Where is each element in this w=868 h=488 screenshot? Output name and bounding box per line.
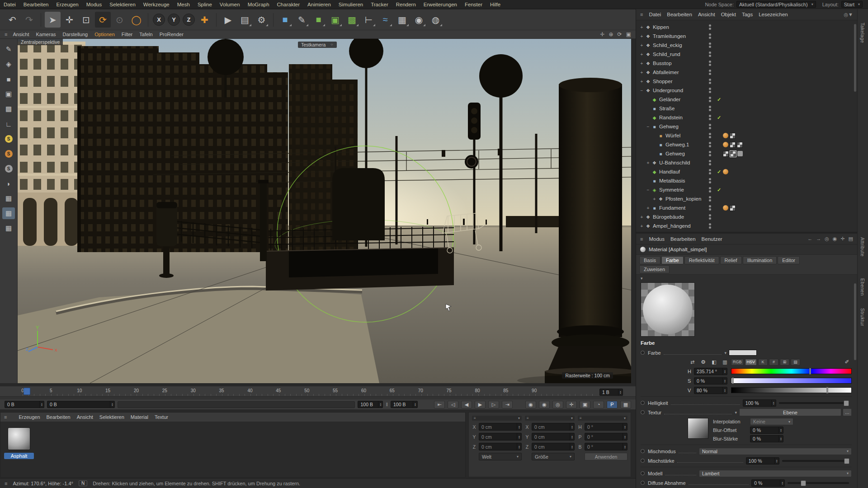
om-search-icon[interactable]: ◎ [844,12,849,18]
spinner[interactable] [570,423,574,430]
visibility-dots[interactable] [708,223,712,229]
render-to-picture-viewer-icon[interactable]: ▤ [237,12,253,28]
menu-werkzeuge[interactable]: Werkzeuge [143,2,170,7]
visibility-dots[interactable] [708,97,712,102]
expander-icon[interactable]: + [639,43,645,48]
texture-tag[interactable] [730,205,736,211]
undo-icon[interactable]: ↶ [5,12,20,28]
spinner[interactable] [623,443,627,450]
menu-spline[interactable]: Spline [198,2,212,7]
panel-menu-icon[interactable]: ▤ [849,236,853,242]
color-swatch[interactable] [729,350,757,356]
node-space-select[interactable]: Aktuell (Standard/Physikalisch) ▾ [736,1,816,8]
current-frame-field[interactable]: 1 B [599,389,623,396]
record-active-objects-button[interactable]: ◉ [525,401,536,408]
mischmodus-radio[interactable] [641,449,645,453]
enabled-check-icon[interactable]: ✓ [715,115,723,121]
visibility-dots[interactable] [708,42,712,48]
axis-tool-icon[interactable]: ∟ [2,118,15,130]
menu-charakter[interactable]: Charakter [277,2,300,7]
hsv-h-gradient[interactable] [731,368,852,374]
compact-layout-button[interactable]: ▤ [791,359,800,366]
menu-selektieren[interactable]: Selektieren [109,2,136,7]
uv-grid-b-icon[interactable]: ▦ [2,207,15,219]
visibility-dots[interactable] [708,133,712,138]
spinner[interactable] [618,389,623,395]
coord-größe-select[interactable]: Größe▾ [532,453,575,460]
object-row-fundament[interactable]: +■Fundament [636,203,857,212]
collapse-preview-icon[interactable]: ▾ [641,276,852,282]
expander-icon[interactable]: + [651,197,657,202]
object-row-symmetrie[interactable]: −◈Symmetrie✓ [636,185,857,194]
uv-grid-a-icon[interactable]: ▦ [2,192,15,204]
spinner[interactable] [623,433,627,440]
material-list[interactable]: Asphalt [0,422,465,476]
spline-measure-icon[interactable]: ⊢ [361,12,377,28]
viewport-canvas[interactable]: Zentralperspektive Testkamera ⁘ Rasterwe… [18,39,631,383]
spinner[interactable] [517,443,521,450]
spinner[interactable] [780,480,784,486]
helligkeit-field[interactable]: 100 % [743,399,776,407]
visibility-dots[interactable] [708,214,712,220]
spinner[interactable] [778,427,783,433]
goto-end-button[interactable]: ⇥ [502,401,513,408]
visibility-dots[interactable] [708,106,712,111]
material-menu-selektieren[interactable]: Selektieren [99,414,124,420]
toggle-layout-view-icon[interactable]: ▣ [626,31,631,38]
texture-tag[interactable] [730,142,736,148]
blur-offset-field[interactable]: 0 % [750,427,783,434]
slider-thumb[interactable] [844,458,849,464]
expander-icon[interactable]: − [645,188,651,192]
hamburger-icon[interactable]: ≡ [640,236,643,242]
spinner[interactable] [39,401,44,408]
coord-field-2-H[interactable]: 0 ° [585,423,627,431]
live-selection-icon[interactable]: ➤ [45,12,61,28]
expander-icon[interactable]: + [639,52,645,57]
sculpt-c-icon[interactable]: S [2,163,15,174]
visibility-dots[interactable] [708,88,712,93]
menu-modus[interactable]: Modus [86,2,102,7]
light-object-icon[interactable]: ◍ [428,12,443,28]
slider-thumb[interactable] [844,400,849,406]
object-row-straße[interactable]: ■Straße [636,104,857,113]
coordinate-system-icon[interactable]: ✚ [197,12,212,28]
menu-simulieren[interactable]: Simulieren [339,2,363,7]
swap-colors-icon[interactable]: ⇄ [688,359,697,366]
phong-tag[interactable] [723,205,728,211]
textur-more-button[interactable]: … [843,408,852,416]
move-tool-icon[interactable]: ✛ [61,12,77,28]
side-tab-takelage[interactable]: Takelage [860,23,865,43]
mode-hsv-button[interactable]: HSV [745,359,757,366]
array-grid-icon[interactable]: ▦ [394,12,410,28]
hsv-s-gradient[interactable] [731,378,852,384]
spinner[interactable] [517,433,521,440]
spinner[interactable] [778,436,783,442]
record-pla-button[interactable]: ▦ [620,401,631,408]
spinner[interactable] [722,387,727,394]
object-row-underground[interactable]: −❖Underground [636,86,857,95]
spinner[interactable] [517,423,521,430]
menu-mograph[interactable]: MoGraph [248,2,269,7]
attribute-menu-modus[interactable]: Modus [649,236,665,242]
search-icon[interactable]: ◎ [825,236,829,242]
slider-thumb[interactable] [801,480,806,486]
object-row-handlauf[interactable]: ◆Handlauf✓ [636,167,857,176]
menu-fenster[interactable]: Fenster [465,2,482,7]
lock-x-axis-icon[interactable]: X [153,14,165,26]
material-preview[interactable] [641,282,695,337]
object-row-gehweg[interactable]: −■Gehweg [636,122,857,131]
visibility-dots[interactable] [708,187,712,192]
subdivision-surface-icon[interactable]: ■ [311,12,326,28]
record-position-button[interactable]: ✛ [566,401,577,408]
visibility-dots[interactable] [708,151,712,156]
tab-zuweisen[interactable]: Zuweisen [639,265,670,273]
cloth-simulation-icon[interactable]: ≈ [377,12,393,28]
coord-field-1-Y[interactable]: 0 cm [532,433,575,441]
object-row-u-bahnschild[interactable]: +❖U-Bahnschild [636,158,857,167]
mischstaerke-field[interactable]: 100 % [746,457,779,465]
menu-rendern[interactable]: Rendern [396,2,416,7]
viewport-menu-optionen[interactable]: Optionen [94,32,115,37]
pipette-icon[interactable]: ✐ [842,359,852,366]
mode-rgb-button[interactable]: RGB [731,359,744,366]
simulate-ring-icon[interactable]: ◯ [128,12,144,28]
